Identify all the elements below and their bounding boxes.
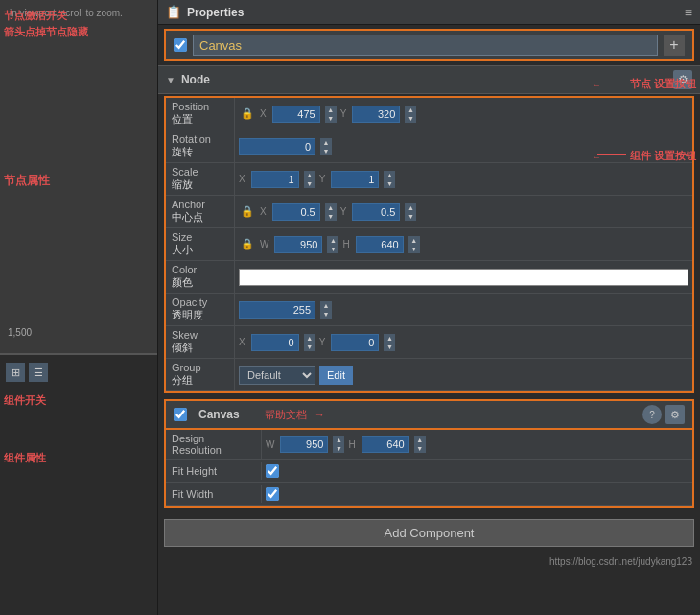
position-x-down[interactable]: ▼ <box>325 114 337 123</box>
opacity-input[interactable] <box>239 301 315 319</box>
size-h-up[interactable]: ▲ <box>408 236 420 245</box>
add-component-button[interactable]: Add Component <box>164 519 694 547</box>
node-section-arrow: ▼ <box>166 75 175 85</box>
fit-height-content <box>262 462 692 480</box>
scale-x-input[interactable] <box>251 171 299 188</box>
design-w-spin: ▲ ▼ <box>333 436 344 453</box>
anchor-x-input[interactable] <box>272 203 320 221</box>
size-w-input[interactable] <box>274 236 322 253</box>
group-select[interactable]: Default <box>239 366 315 385</box>
position-y-down[interactable]: ▼ <box>405 114 416 123</box>
viewport-area: in viewport, scroll to zoom. 节点属性 1,500 <box>0 0 157 355</box>
skew-x-spin: ▲ ▼ <box>304 334 315 351</box>
anchor-y-label: Y <box>340 206 347 217</box>
design-h-input[interactable] <box>362 436 409 453</box>
rotation-up[interactable]: ▲ <box>320 138 332 147</box>
scale-y-up[interactable]: ▲ <box>384 171 395 179</box>
scale-y-down[interactable]: ▼ <box>384 179 395 188</box>
annotation-node-active: 节点激活开关 <box>4 8 88 24</box>
opacity-spin: ▲ ▼ <box>320 301 332 319</box>
anchor-row: Anchor 中心点 🔒 X ▲ ▼ Y ▲ ▼ <box>166 196 692 228</box>
rotation-spin: ▲ ▼ <box>320 138 332 155</box>
annotation-arrow-hide: 箭头点掉节点隐藏 <box>4 24 88 40</box>
design-h-label: H <box>348 439 355 450</box>
anchor-content: 🔒 X ▲ ▼ Y ▲ ▼ <box>235 201 692 223</box>
component-icons: ? ⚙ <box>642 405 685 424</box>
position-y-spin: ▲ ▼ <box>405 106 416 123</box>
design-w-down[interactable]: ▼ <box>333 444 344 453</box>
component-help-button[interactable]: ? <box>642 405 662 424</box>
position-content: 🔒 X ▲ ▼ Y ▲ ▼ <box>235 104 692 125</box>
properties-menu-icon[interactable]: ≡ <box>685 5 692 20</box>
component-gear-button[interactable]: ⚙ <box>665 405 685 424</box>
size-h-down[interactable]: ▼ <box>408 245 420 253</box>
size-w-spin: ▲ ▼ <box>327 236 338 253</box>
skew-x-input[interactable] <box>251 334 299 351</box>
anchor-x-down[interactable]: ▼ <box>325 212 337 221</box>
size-label: Size 大小 <box>166 228 235 260</box>
scale-y-input[interactable] <box>331 171 379 188</box>
skew-y-up[interactable]: ▲ <box>384 334 395 343</box>
fit-width-checkbox[interactable] <box>266 487 279 501</box>
position-lock-icon: 🔒 <box>241 107 254 120</box>
canvas-name-input[interactable] <box>193 35 658 56</box>
anchor-y-input[interactable] <box>352 203 400 221</box>
size-w-down[interactable]: ▼ <box>327 245 338 253</box>
node-active-checkbox[interactable] <box>174 38 187 52</box>
anchor-y-spin: ▲ ▼ <box>405 203 416 221</box>
position-row: Position 位置 🔒 X ▲ ▼ Y ▲ ▼ <box>166 98 692 130</box>
fit-height-row: Fit Height <box>166 460 692 483</box>
fit-height-checkbox[interactable] <box>266 464 279 478</box>
anchor-x-up[interactable]: ▲ <box>325 203 337 212</box>
skew-x-down[interactable]: ▼ <box>304 343 315 351</box>
node-section-header[interactable]: ▼ Node ⚙ <box>158 65 700 94</box>
anchor-y-down[interactable]: ▼ <box>405 212 416 221</box>
size-content: 🔒 W ▲ ▼ H ▲ ▼ <box>235 234 692 255</box>
anchor-y-up[interactable]: ▲ <box>405 203 416 212</box>
scale-x-up[interactable]: ▲ <box>304 171 315 179</box>
position-x-label: X <box>260 108 267 119</box>
fit-width-label: Fit Width <box>166 485 262 503</box>
anchor-x-label: X <box>260 206 267 217</box>
left-panel-icon-row: ⊞ ☰ <box>0 359 157 386</box>
node-gear-button[interactable]: ⚙ <box>673 70 692 89</box>
opacity-down[interactable]: ▼ <box>320 310 332 319</box>
skew-y-input[interactable] <box>331 334 379 351</box>
rotation-row: Rotation 旋转 ▲ ▼ <box>166 130 692 163</box>
position-x-up[interactable]: ▲ <box>325 106 337 114</box>
color-picker[interactable] <box>239 269 688 286</box>
size-h-input[interactable] <box>356 236 404 253</box>
skew-x-up[interactable]: ▲ <box>304 334 315 343</box>
rotation-input[interactable] <box>239 138 315 155</box>
skew-y-down[interactable]: ▼ <box>384 343 395 351</box>
design-w-up[interactable]: ▲ <box>333 436 344 444</box>
skew-y-spin: ▲ ▼ <box>384 334 395 351</box>
size-lock-icon: 🔒 <box>241 238 254 250</box>
component-active-checkbox[interactable] <box>174 408 187 421</box>
skew-x-label: X <box>239 337 245 347</box>
size-w-up[interactable]: ▲ <box>327 236 338 245</box>
design-w-input[interactable] <box>280 436 328 453</box>
rotation-down[interactable]: ▼ <box>320 147 332 155</box>
design-h-up[interactable]: ▲ <box>414 436 426 444</box>
position-y-input[interactable] <box>352 106 400 123</box>
design-resolution-row: Design Resolution W ▲ ▼ H ▲ ▼ <box>166 430 692 460</box>
fit-width-content <box>262 485 692 503</box>
canvas-add-button[interactable]: + <box>664 35 685 56</box>
skew-label: Skew 倾斜 <box>166 326 235 358</box>
anchor-lock-icon: 🔒 <box>241 205 254 218</box>
grid-icon-btn[interactable]: ⊞ <box>6 363 25 382</box>
node-section-title: Node <box>181 73 210 86</box>
scale-label: Scale 缩放 <box>166 163 235 195</box>
group-edit-button[interactable]: Edit <box>319 366 353 385</box>
scale-x-down[interactable]: ▼ <box>304 179 315 188</box>
design-h-down[interactable]: ▼ <box>414 444 426 453</box>
ruler-number: 1,500 <box>8 327 32 338</box>
component-props-grid: Design Resolution W ▲ ▼ H ▲ ▼ <box>164 430 694 508</box>
list-icon-btn[interactable]: ☰ <box>29 363 48 382</box>
help-docs-annotation: 帮助文档 <box>265 408 307 422</box>
position-x-input[interactable] <box>272 106 320 123</box>
component-name-label: Canvas <box>198 408 240 421</box>
opacity-up[interactable]: ▲ <box>320 301 332 310</box>
position-y-up[interactable]: ▲ <box>405 106 416 114</box>
